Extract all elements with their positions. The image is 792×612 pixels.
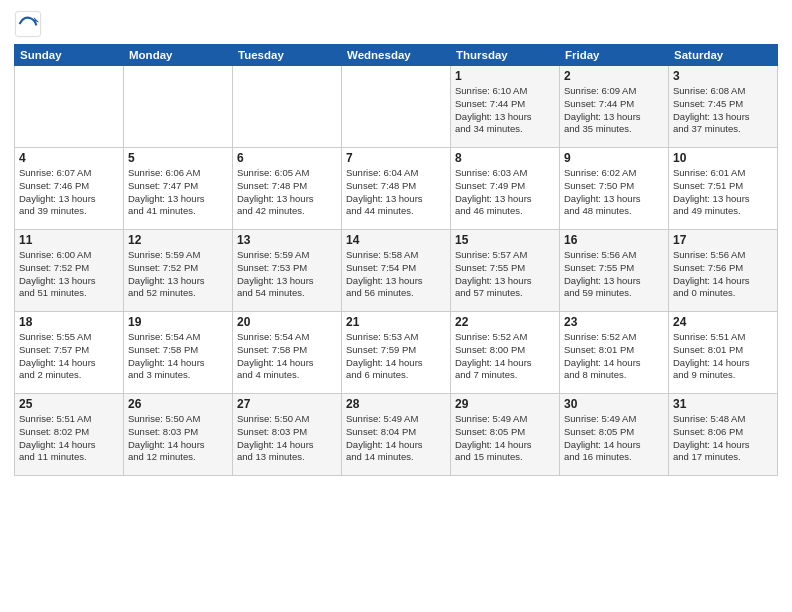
calendar-cell: 5Sunrise: 6:06 AMSunset: 7:47 PMDaylight… [124, 148, 233, 230]
calendar-cell: 13Sunrise: 5:59 AMSunset: 7:53 PMDayligh… [233, 230, 342, 312]
day-info: Sunrise: 6:03 AMSunset: 7:49 PMDaylight:… [455, 167, 555, 218]
calendar-cell: 1Sunrise: 6:10 AMSunset: 7:44 PMDaylight… [451, 66, 560, 148]
calendar-cell: 25Sunrise: 5:51 AMSunset: 8:02 PMDayligh… [15, 394, 124, 476]
day-info: Sunrise: 6:10 AMSunset: 7:44 PMDaylight:… [455, 85, 555, 136]
calendar-header-friday: Friday [560, 45, 669, 66]
calendar-cell: 6Sunrise: 6:05 AMSunset: 7:48 PMDaylight… [233, 148, 342, 230]
calendar-cell: 30Sunrise: 5:49 AMSunset: 8:05 PMDayligh… [560, 394, 669, 476]
day-number: 8 [455, 151, 555, 165]
day-number: 12 [128, 233, 228, 247]
day-number: 24 [673, 315, 773, 329]
calendar-table: SundayMondayTuesdayWednesdayThursdayFrid… [14, 44, 778, 476]
day-number: 28 [346, 397, 446, 411]
calendar-cell [233, 66, 342, 148]
day-info: Sunrise: 5:49 AMSunset: 8:05 PMDaylight:… [564, 413, 664, 464]
day-info: Sunrise: 5:50 AMSunset: 8:03 PMDaylight:… [128, 413, 228, 464]
calendar-cell: 17Sunrise: 5:56 AMSunset: 7:56 PMDayligh… [669, 230, 778, 312]
day-number: 13 [237, 233, 337, 247]
calendar-header-sunday: Sunday [15, 45, 124, 66]
calendar-cell [342, 66, 451, 148]
day-number: 6 [237, 151, 337, 165]
day-number: 9 [564, 151, 664, 165]
header [14, 10, 778, 38]
day-number: 29 [455, 397, 555, 411]
calendar-cell [15, 66, 124, 148]
day-info: Sunrise: 6:01 AMSunset: 7:51 PMDaylight:… [673, 167, 773, 218]
day-info: Sunrise: 5:56 AMSunset: 7:56 PMDaylight:… [673, 249, 773, 300]
calendar-cell: 11Sunrise: 6:00 AMSunset: 7:52 PMDayligh… [15, 230, 124, 312]
day-info: Sunrise: 5:59 AMSunset: 7:52 PMDaylight:… [128, 249, 228, 300]
day-number: 26 [128, 397, 228, 411]
day-info: Sunrise: 6:05 AMSunset: 7:48 PMDaylight:… [237, 167, 337, 218]
calendar-cell: 18Sunrise: 5:55 AMSunset: 7:57 PMDayligh… [15, 312, 124, 394]
calendar-cell: 14Sunrise: 5:58 AMSunset: 7:54 PMDayligh… [342, 230, 451, 312]
day-number: 25 [19, 397, 119, 411]
calendar-cell [124, 66, 233, 148]
day-info: Sunrise: 6:07 AMSunset: 7:46 PMDaylight:… [19, 167, 119, 218]
day-number: 14 [346, 233, 446, 247]
day-number: 16 [564, 233, 664, 247]
day-info: Sunrise: 5:54 AMSunset: 7:58 PMDaylight:… [237, 331, 337, 382]
day-number: 21 [346, 315, 446, 329]
day-number: 11 [19, 233, 119, 247]
day-number: 27 [237, 397, 337, 411]
logo [14, 10, 45, 38]
calendar-header-monday: Monday [124, 45, 233, 66]
calendar-cell: 31Sunrise: 5:48 AMSunset: 8:06 PMDayligh… [669, 394, 778, 476]
calendar-cell: 26Sunrise: 5:50 AMSunset: 8:03 PMDayligh… [124, 394, 233, 476]
calendar-header-thursday: Thursday [451, 45, 560, 66]
calendar-cell: 29Sunrise: 5:49 AMSunset: 8:05 PMDayligh… [451, 394, 560, 476]
day-number: 23 [564, 315, 664, 329]
day-info: Sunrise: 6:09 AMSunset: 7:44 PMDaylight:… [564, 85, 664, 136]
calendar-week-4: 18Sunrise: 5:55 AMSunset: 7:57 PMDayligh… [15, 312, 778, 394]
day-info: Sunrise: 5:49 AMSunset: 8:05 PMDaylight:… [455, 413, 555, 464]
day-number: 7 [346, 151, 446, 165]
day-info: Sunrise: 5:51 AMSunset: 8:01 PMDaylight:… [673, 331, 773, 382]
day-number: 18 [19, 315, 119, 329]
page: SundayMondayTuesdayWednesdayThursdayFrid… [0, 0, 792, 612]
calendar-cell: 4Sunrise: 6:07 AMSunset: 7:46 PMDaylight… [15, 148, 124, 230]
calendar-cell: 23Sunrise: 5:52 AMSunset: 8:01 PMDayligh… [560, 312, 669, 394]
calendar-cell: 2Sunrise: 6:09 AMSunset: 7:44 PMDaylight… [560, 66, 669, 148]
day-number: 15 [455, 233, 555, 247]
calendar-cell: 24Sunrise: 5:51 AMSunset: 8:01 PMDayligh… [669, 312, 778, 394]
day-info: Sunrise: 5:57 AMSunset: 7:55 PMDaylight:… [455, 249, 555, 300]
day-number: 20 [237, 315, 337, 329]
calendar-week-2: 4Sunrise: 6:07 AMSunset: 7:46 PMDaylight… [15, 148, 778, 230]
calendar-week-5: 25Sunrise: 5:51 AMSunset: 8:02 PMDayligh… [15, 394, 778, 476]
calendar-cell: 9Sunrise: 6:02 AMSunset: 7:50 PMDaylight… [560, 148, 669, 230]
day-info: Sunrise: 5:56 AMSunset: 7:55 PMDaylight:… [564, 249, 664, 300]
day-info: Sunrise: 5:50 AMSunset: 8:03 PMDaylight:… [237, 413, 337, 464]
day-number: 5 [128, 151, 228, 165]
calendar-cell: 8Sunrise: 6:03 AMSunset: 7:49 PMDaylight… [451, 148, 560, 230]
day-number: 31 [673, 397, 773, 411]
day-number: 22 [455, 315, 555, 329]
day-number: 2 [564, 69, 664, 83]
day-info: Sunrise: 5:49 AMSunset: 8:04 PMDaylight:… [346, 413, 446, 464]
day-info: Sunrise: 6:04 AMSunset: 7:48 PMDaylight:… [346, 167, 446, 218]
calendar-cell: 3Sunrise: 6:08 AMSunset: 7:45 PMDaylight… [669, 66, 778, 148]
day-info: Sunrise: 5:48 AMSunset: 8:06 PMDaylight:… [673, 413, 773, 464]
day-info: Sunrise: 6:02 AMSunset: 7:50 PMDaylight:… [564, 167, 664, 218]
day-info: Sunrise: 5:58 AMSunset: 7:54 PMDaylight:… [346, 249, 446, 300]
day-info: Sunrise: 5:53 AMSunset: 7:59 PMDaylight:… [346, 331, 446, 382]
calendar-header-saturday: Saturday [669, 45, 778, 66]
day-number: 19 [128, 315, 228, 329]
calendar-cell: 7Sunrise: 6:04 AMSunset: 7:48 PMDaylight… [342, 148, 451, 230]
calendar-header-row: SundayMondayTuesdayWednesdayThursdayFrid… [15, 45, 778, 66]
calendar-cell: 20Sunrise: 5:54 AMSunset: 7:58 PMDayligh… [233, 312, 342, 394]
calendar-header-wednesday: Wednesday [342, 45, 451, 66]
calendar-cell: 21Sunrise: 5:53 AMSunset: 7:59 PMDayligh… [342, 312, 451, 394]
calendar-week-3: 11Sunrise: 6:00 AMSunset: 7:52 PMDayligh… [15, 230, 778, 312]
calendar-cell: 15Sunrise: 5:57 AMSunset: 7:55 PMDayligh… [451, 230, 560, 312]
day-number: 17 [673, 233, 773, 247]
day-info: Sunrise: 5:52 AMSunset: 8:01 PMDaylight:… [564, 331, 664, 382]
calendar-cell: 19Sunrise: 5:54 AMSunset: 7:58 PMDayligh… [124, 312, 233, 394]
calendar-cell: 27Sunrise: 5:50 AMSunset: 8:03 PMDayligh… [233, 394, 342, 476]
calendar-week-1: 1Sunrise: 6:10 AMSunset: 7:44 PMDaylight… [15, 66, 778, 148]
day-info: Sunrise: 6:00 AMSunset: 7:52 PMDaylight:… [19, 249, 119, 300]
day-number: 1 [455, 69, 555, 83]
calendar-cell: 12Sunrise: 5:59 AMSunset: 7:52 PMDayligh… [124, 230, 233, 312]
day-info: Sunrise: 6:08 AMSunset: 7:45 PMDaylight:… [673, 85, 773, 136]
day-info: Sunrise: 5:52 AMSunset: 8:00 PMDaylight:… [455, 331, 555, 382]
